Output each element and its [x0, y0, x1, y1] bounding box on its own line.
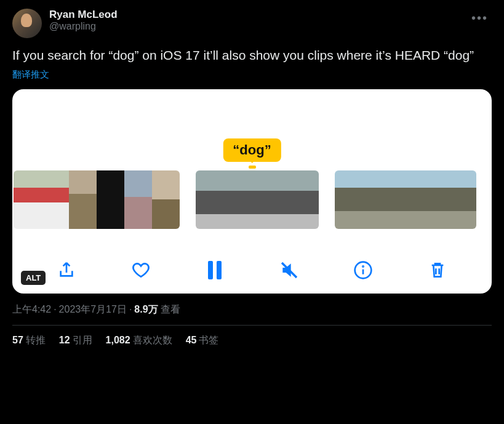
retweets-stat[interactable]: 57转推 [12, 334, 46, 347]
playhead-marker [249, 166, 256, 169]
stats-row: 57转推 12引用 1,082喜欢次数 45书签 [12, 334, 492, 347]
quotes-stat[interactable]: 12引用 [59, 334, 92, 347]
likes-stat[interactable]: 1,082喜欢次数 [106, 334, 172, 347]
pause-icon [208, 261, 222, 279]
video-frame [152, 170, 180, 229]
video-frame [41, 170, 69, 229]
media-toolbar [12, 258, 492, 282]
video-frame [448, 170, 476, 229]
video-frame [124, 170, 152, 229]
media-attachment[interactable]: “dog” [12, 89, 492, 294]
like-button[interactable] [129, 258, 153, 282]
clip-group-3[interactable] [335, 170, 476, 229]
tweet-meta: 上午4:42·2023年7月17日·8.9万 查看 [12, 303, 492, 316]
tweet-container: Ryan McLeod @warpling ••• If you search … [0, 0, 504, 354]
clip-group-2[interactable] [196, 170, 319, 229]
trash-icon [428, 260, 447, 280]
more-options-button[interactable]: ••• [468, 9, 492, 28]
tweet-date[interactable]: 2023年7月17日 [59, 304, 127, 314]
bookmarks-stat[interactable]: 45书签 [186, 334, 219, 347]
video-frame [196, 170, 226, 229]
tweet-time[interactable]: 上午4:42 [12, 304, 51, 314]
views-label: 查看 [161, 304, 180, 314]
video-frame [363, 170, 391, 229]
info-icon [353, 260, 373, 280]
handle: @warpling [49, 21, 460, 32]
video-frame [226, 170, 257, 229]
author-block[interactable]: Ryan McLeod @warpling [49, 9, 460, 32]
delete-button[interactable] [425, 258, 450, 282]
mute-button[interactable] [277, 258, 302, 282]
video-frame [69, 170, 97, 229]
tweet-header: Ryan McLeod @warpling ••• [12, 9, 492, 38]
views-count: 8.9万 [134, 304, 158, 314]
caption-bubble: “dog” [223, 138, 281, 162]
divider [12, 325, 492, 326]
alt-badge[interactable]: ALT [21, 271, 46, 285]
filmstrip [12, 170, 492, 229]
video-frame [14, 170, 41, 229]
video-frame [288, 170, 319, 229]
video-frame [257, 170, 288, 229]
share-icon [57, 260, 76, 280]
heart-icon [131, 260, 151, 280]
video-frame [97, 170, 124, 229]
svg-point-3 [363, 266, 364, 267]
more-icon: ••• [471, 11, 488, 25]
video-frame [391, 170, 420, 229]
clip-group-1[interactable] [14, 170, 180, 229]
mute-icon [279, 260, 299, 280]
tweet-text: If you search for “dog” on iOS 17 it’ll … [12, 47, 492, 64]
video-frame [335, 170, 363, 229]
display-name: Ryan McLeod [49, 9, 460, 21]
pause-button[interactable] [202, 258, 227, 282]
video-frame [420, 170, 448, 229]
translate-link[interactable]: 翻译推文 [12, 69, 49, 81]
share-button[interactable] [54, 258, 79, 282]
info-button[interactable] [351, 258, 375, 282]
avatar[interactable] [12, 9, 42, 38]
